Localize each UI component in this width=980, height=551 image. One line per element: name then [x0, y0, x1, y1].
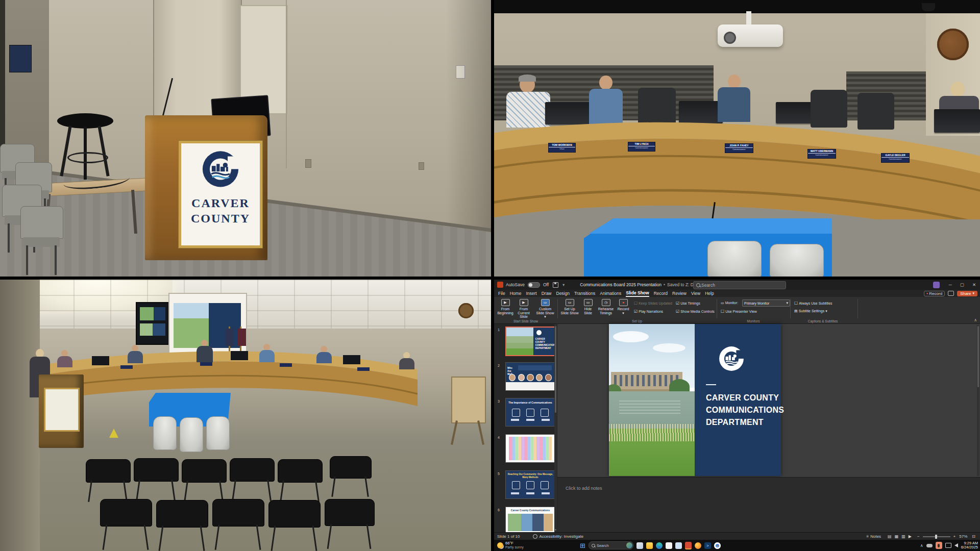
taskbar-copilot-icon[interactable] — [636, 542, 643, 549]
tab-animations[interactable]: Animations — [600, 291, 621, 296]
play-narrations-checkbox[interactable]: ☑Play Narrations — [634, 309, 663, 314]
taskbar-edge-icon[interactable] — [656, 542, 663, 549]
record-slideshow-button[interactable]: ● Record ▾ — [617, 299, 630, 315]
slide-title-panel: CARVER COUNTY COMMUNICATIONS DEPARTMENT — [695, 324, 781, 476]
start-button[interactable]: ⊞ — [580, 542, 585, 549]
comments-icon[interactable] — [948, 291, 954, 296]
fit-slide-icon[interactable]: ⊡ — [972, 534, 975, 539]
zoom-in-icon[interactable]: + — [953, 534, 956, 539]
tray-chevron-icon[interactable]: ∧ — [920, 543, 923, 548]
notes-toggle[interactable]: Notes — [870, 534, 881, 539]
nameplate: JOHN P. FAHEYCommissioner — [725, 143, 753, 153]
taskbar-firefox-icon[interactable] — [695, 542, 701, 549]
thumbnail-scrollbar[interactable]: ▾ — [554, 324, 557, 532]
taskbar-chrome-icon[interactable] — [714, 542, 721, 549]
tab-insert[interactable]: Insert — [526, 291, 536, 296]
slide-editor-area: CARVER COUNTY COMMUNICATIONS DEPARTMENT — [557, 324, 980, 477]
from-beginning-button[interactable]: ▶ From Beginning — [497, 299, 513, 315]
slide-thumbnail-6[interactable]: Carver County Communications — [505, 507, 555, 533]
minimize-button[interactable]: ─ — [949, 282, 952, 287]
tab-home[interactable]: Home — [510, 291, 522, 296]
monitor-dropdown[interactable]: Primary Monitor▾ — [742, 299, 790, 307]
tray-onedrive-icon[interactable] — [926, 544, 933, 547]
normal-view-icon[interactable]: ▤ — [888, 534, 892, 539]
taskbar-powerpoint-icon[interactable] — [685, 542, 692, 549]
record-dot-icon: ● — [622, 300, 624, 304]
tab-view[interactable]: View — [691, 291, 700, 296]
monitor-icon: ▭ — [544, 300, 547, 304]
guest-chair — [180, 417, 203, 452]
slide-thumbnail-1[interactable]: CARVER COUNTY COMMUNICATIONS DEPARTMENT — [505, 327, 556, 356]
person — [316, 346, 332, 363]
hide-slide-button[interactable]: ▭ Hide Slide — [581, 299, 595, 315]
always-use-subtitles-checkbox[interactable]: ☐Always Use Subtitles — [794, 301, 832, 306]
notes-placeholder[interactable]: Click to add notes — [566, 486, 602, 491]
tray-device-icon[interactable] — [945, 543, 951, 548]
editor-scrollbar[interactable] — [977, 325, 979, 476]
stool — [57, 113, 116, 180]
tray-mic-recording-indicator[interactable] — [936, 542, 942, 549]
share-button[interactable]: Share ▾ — [957, 291, 977, 296]
rehearse-timings-button[interactable]: ◷ Rehearse Timings — [597, 299, 615, 315]
weather-icon — [497, 542, 503, 548]
powerpoint-titlebar: AutoSave Off ▾ Communications Board 2025… — [494, 280, 980, 290]
slide-sorter-icon[interactable]: ▦ — [895, 534, 899, 539]
taskbar-store-icon[interactable] — [675, 542, 682, 549]
monitor-label: ▭Monitor: — [721, 301, 738, 305]
use-timings-checkbox[interactable]: ☑Use Timings — [676, 301, 700, 306]
keep-slides-updated-checkbox[interactable]: ☐Keep Slides Updated — [634, 301, 672, 306]
tray-volume-icon[interactable] — [954, 543, 958, 547]
scroll-down-arrow-icon[interactable]: ▾ — [554, 528, 557, 532]
show-media-controls-checkbox[interactable]: ☑Show Media Controls — [676, 309, 715, 314]
zoom-out-icon[interactable]: − — [917, 534, 920, 539]
set-up-slide-show-button[interactable]: ▭ Set Up Slide Show — [560, 299, 579, 315]
windows-taskbar: 66°F Partly sunny ⊞ Search > — [494, 540, 980, 551]
slide-thumbnail-4[interactable] — [505, 434, 555, 463]
accessibility-status[interactable]: Accessibility: Investigate — [539, 534, 583, 539]
collapse-ribbon-icon[interactable]: ∧ — [974, 318, 977, 322]
slideshow-view-icon[interactable]: ▶ — [909, 534, 912, 539]
weather-widget[interactable]: 66°F Partly sunny — [497, 541, 546, 550]
restore-button[interactable]: ▢ — [960, 282, 964, 287]
use-presenter-view-checkbox[interactable]: ☐Use Presenter View — [721, 309, 757, 314]
taskbar-office-icon[interactable] — [666, 542, 672, 549]
close-button[interactable]: ✕ — [972, 282, 976, 287]
slide-canvas[interactable]: CARVER COUNTY COMMUNICATIONS DEPARTMENT — [609, 324, 781, 476]
autosave-toggle[interactable] — [528, 282, 540, 288]
zoom-slider[interactable] — [923, 536, 950, 537]
save-icon[interactable] — [553, 282, 558, 288]
account-avatar[interactable] — [933, 282, 940, 288]
slide-indicator[interactable]: Slide 1 of 10 — [497, 534, 520, 539]
powerpoint-app-icon[interactable] — [497, 282, 503, 288]
from-current-slide-button[interactable]: ▶ From Current Slide — [514, 299, 533, 319]
tab-file[interactable]: File — [498, 291, 505, 296]
reading-view-icon[interactable]: ▥ — [901, 534, 905, 539]
taskbar-search-box[interactable]: Search — [589, 541, 633, 549]
custom-slide-show-button[interactable]: ▭ Custom Slide Show ▾ — [536, 299, 554, 319]
search-box[interactable]: Search — [693, 281, 786, 289]
tab-draw[interactable]: Draw — [542, 291, 552, 296]
notes-toggle-icon[interactable]: ≡ — [867, 534, 869, 539]
taskbar-clock[interactable]: 9:29 AM 6/24/2025 — [961, 541, 978, 549]
zoom-level[interactable]: 57% — [959, 534, 967, 539]
taskbar-file-explorer-icon[interactable] — [646, 542, 653, 549]
nameplate: TIM LYNCHCommissioner — [628, 142, 655, 152]
tab-design[interactable]: Design — [556, 291, 570, 296]
tab-slide-show[interactable]: Slide Show — [626, 290, 649, 297]
dropdown-caret-icon: ▾ — [622, 311, 624, 315]
group-label-monitors: Monitors — [719, 319, 788, 323]
tab-transitions[interactable]: Transitions — [574, 291, 595, 296]
tab-review[interactable]: Review — [672, 291, 687, 296]
notes-pane[interactable]: Click to add notes — [557, 477, 980, 533]
slide-thumbnail-3[interactable]: The Importance of Communications — [505, 398, 555, 427]
person — [128, 345, 143, 363]
taskbar-terminal-icon[interactable]: > — [704, 542, 711, 549]
record-dot-icon: ● — [926, 292, 928, 295]
slide-thumbnail-2[interactable]: Who Are We? — [505, 362, 555, 391]
quick-access-caret[interactable]: ▾ — [562, 282, 565, 287]
tab-help[interactable]: Help — [705, 291, 714, 296]
slide-thumbnail-5[interactable]: Reaching Our Community: One Message, Man… — [505, 470, 555, 499]
tab-record[interactable]: Record — [654, 291, 668, 296]
record-button[interactable]: ● Record — [924, 291, 945, 296]
subtitle-settings-button[interactable]: ▤Subtitle Settings ▾ — [794, 309, 827, 313]
